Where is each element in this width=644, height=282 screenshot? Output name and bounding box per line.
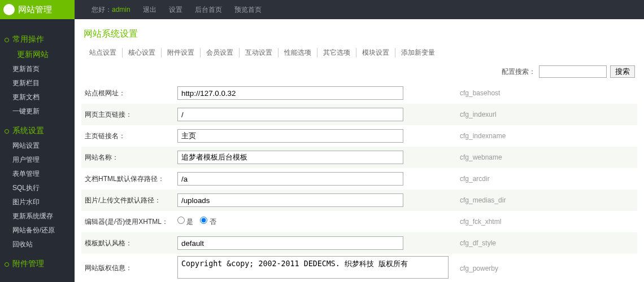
nav-admin-home[interactable]: 后台首页: [195, 5, 222, 15]
config-input-cell: [177, 256, 460, 280]
config-varname: cfg_basehost: [460, 89, 637, 97]
search-input[interactable]: [539, 65, 607, 78]
config-label: 网站名称：: [81, 153, 177, 162]
menu-item[interactable]: 更新系统缓存: [0, 209, 75, 223]
menu-item[interactable]: 图片水印: [0, 195, 75, 209]
config-varname: cfg_medias_dir: [460, 196, 637, 204]
config-label: 网页主页链接：: [81, 110, 177, 120]
config-label: 图片/上传文件默认路径：: [81, 196, 177, 205]
config-radio-group: 是 否: [177, 217, 460, 227]
config-input-cell: [177, 236, 460, 250]
config-row: 网页主页链接：cfg_indexurl: [81, 104, 637, 125]
radio-option[interactable]: 否: [200, 218, 216, 226]
menu-item[interactable]: 用户管理: [0, 153, 75, 167]
config-input[interactable]: [177, 172, 403, 186]
tab-attachment[interactable]: 附件设置: [162, 48, 201, 58]
config-varname: cfg_indexurl: [460, 111, 637, 118]
hello-text: 您好：admin: [92, 5, 130, 15]
config-input-cell: 是 否: [177, 217, 460, 227]
config-row: 站点根网址：cfg_basehost: [81, 82, 637, 104]
config-label: 主页链接名：: [81, 131, 177, 141]
brand: 网站管理: [0, 0, 75, 19]
config-row: 主页链接名：cfg_indexname: [81, 125, 637, 147]
config-row: 文档HTML默认保存路径：cfg_arcdir: [81, 168, 637, 190]
config-row: 图片/上传文件默认路径：cfg_medias_dir: [81, 190, 637, 211]
config-row: 模板默认风格：cfg_df_style: [81, 232, 637, 254]
search-label: 配置搜索：: [502, 67, 536, 77]
config-varname: cfg_indexname: [460, 132, 637, 140]
tab-module[interactable]: 模块设置: [356, 48, 395, 58]
menu-item[interactable]: 更新栏目: [0, 76, 75, 90]
tab-interaction[interactable]: 互动设置: [240, 48, 279, 58]
config-row: 网站版权信息：cfg_powerby: [81, 254, 637, 282]
menu-item[interactable]: 网站备份/还原: [0, 223, 75, 237]
tabs: 站点设置 核心设置 附件设置 会员设置 互动设置 性能选项 其它选项 模块设置 …: [81, 46, 637, 63]
config-input[interactable]: [177, 108, 403, 121]
brand-text: 网站管理: [18, 5, 52, 15]
config-varname: cfg_arcdir: [460, 175, 637, 183]
radio-option[interactable]: 是: [177, 218, 193, 226]
config-label: 模板默认风格：: [81, 239, 177, 248]
nav-logout[interactable]: 退出: [143, 5, 156, 15]
menu-item[interactable]: 表单管理: [0, 167, 75, 181]
sidebar: 常用操作 更新网站 更新首页 更新栏目 更新文档 一键更新 系统设置 网站设置 …: [0, 19, 75, 282]
menu-title-system[interactable]: 系统设置: [0, 123, 75, 139]
config-row: 编辑器(是/否)使用XHTML： 是 否cfg_fck_xhtml: [81, 211, 637, 232]
page-title: 网站系统设置: [81, 25, 637, 46]
menu-item[interactable]: SQL执行: [0, 181, 75, 195]
menu-item[interactable]: 回收站: [0, 237, 75, 252]
radio-input[interactable]: [177, 217, 185, 224]
config-label: 编辑器(是/否)使用XHTML：: [81, 217, 177, 227]
brand-icon: [3, 4, 15, 15]
config-label: 网站版权信息：: [81, 263, 177, 273]
menu-item[interactable]: 更新文档: [0, 90, 75, 104]
menu-sub-update-site[interactable]: 更新网站: [0, 47, 75, 62]
config-varname: cfg_powerby: [460, 265, 637, 272]
menu-title-attachment[interactable]: 附件管理: [0, 256, 75, 272]
config-label: 站点根网址：: [81, 89, 177, 98]
radio-input[interactable]: [200, 217, 207, 224]
config-input-cell: [177, 151, 460, 164]
search-row: 配置搜索： 搜索: [81, 63, 637, 82]
config-input-cell: [177, 108, 460, 121]
config-input-cell: [177, 129, 460, 143]
tab-site[interactable]: 站点设置: [84, 48, 123, 58]
menu-item[interactable]: 一键更新: [0, 104, 75, 118]
config-varname: cfg_webname: [460, 153, 637, 161]
config-input-cell: [177, 193, 460, 207]
main-content: 网站系统设置 站点设置 核心设置 附件设置 会员设置 互动设置 性能选项 其它选…: [75, 19, 644, 282]
top-bar: 网站管理 您好：admin 退出 设置 后台首页 预览首页: [0, 0, 644, 19]
config-row: 网站名称：cfg_webname: [81, 147, 637, 168]
tab-performance[interactable]: 性能选项: [279, 48, 317, 58]
menu-item[interactable]: 网站设置: [0, 139, 75, 153]
config-input-cell: [177, 86, 460, 100]
config-form: 站点根网址：cfg_basehost网页主页链接：cfg_indexurl主页链…: [81, 82, 637, 282]
tab-other[interactable]: 其它选项: [317, 48, 356, 58]
config-input[interactable]: [177, 151, 403, 164]
search-button[interactable]: 搜索: [610, 65, 635, 78]
config-label: 文档HTML默认保存路径：: [81, 174, 177, 184]
config-input[interactable]: [177, 129, 403, 143]
tab-add-var[interactable]: 添加新变量: [395, 48, 441, 58]
menu-title-common[interactable]: 常用操作: [0, 32, 75, 47]
config-textarea[interactable]: [177, 256, 449, 279]
menu-item[interactable]: 更新首页: [0, 62, 75, 76]
current-user: admin: [112, 6, 130, 14]
config-varname: cfg_fck_xhtml: [460, 218, 637, 226]
config-input-cell: [177, 172, 460, 186]
config-input[interactable]: [177, 236, 403, 250]
config-input[interactable]: [177, 86, 403, 100]
config-varname: cfg_df_style: [460, 239, 637, 247]
nav-settings[interactable]: 设置: [169, 5, 182, 15]
config-input[interactable]: [177, 193, 403, 207]
tab-core[interactable]: 核心设置: [123, 48, 162, 58]
nav-preview-home[interactable]: 预览首页: [234, 5, 262, 15]
top-nav: 您好：admin 退出 设置 后台首页 预览首页: [75, 5, 262, 15]
tab-member[interactable]: 会员设置: [201, 48, 240, 58]
